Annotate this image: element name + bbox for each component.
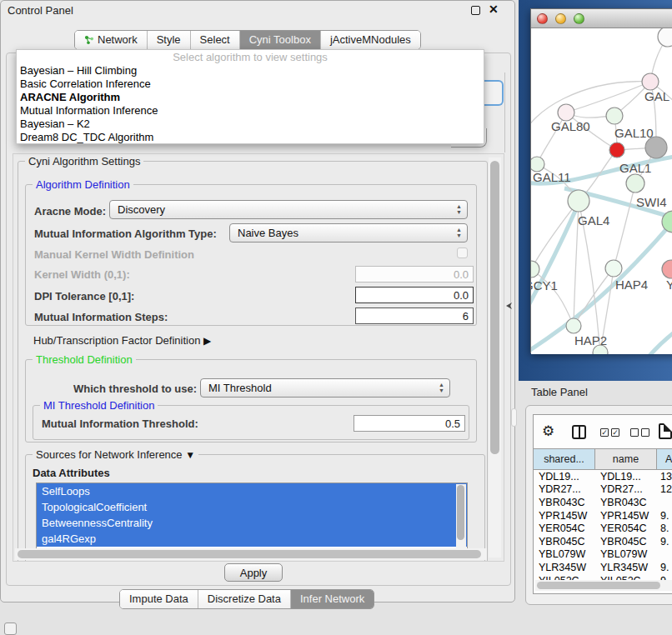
tab-select[interactable]: Select	[191, 31, 240, 49]
column-header[interactable]: A	[657, 449, 672, 469]
network-node-y[interactable]	[662, 260, 672, 278]
table-panel-title: Table Panel	[531, 386, 588, 398]
checked-checkbox-icon[interactable]: ✓	[611, 428, 619, 437]
network-canvas[interactable]: GALGAL80GAL10GAL1GAL11SWI4GAL4GCY1HAP4YH…	[531, 28, 672, 354]
mi-threshold-field[interactable]: 0.5	[354, 415, 465, 432]
dropdown-option[interactable]: Dream8 DC_TDC Algorithm	[17, 131, 484, 144]
group-title: MI Threshold Definition	[40, 399, 158, 412]
network-node-gal10[interactable]	[606, 108, 623, 124]
table-panel: ⚙ ✓ ✓ shared... name A YDL19...YDL19...1…	[525, 405, 672, 605]
dropdown-option[interactable]: Mutual Information Inference	[17, 104, 484, 118]
network-node-swi4[interactable]	[626, 174, 644, 192]
network-node-gal[interactable]	[642, 73, 659, 90]
tab-cyni-toolbox[interactable]: Cyni Toolbox	[240, 31, 321, 49]
network-node-gal4[interactable]	[568, 190, 589, 212]
network-node[interactable]	[658, 28, 672, 47]
mi-type-combo[interactable]: Naive Bayes ▲▼	[229, 223, 468, 242]
panel-title: Control Panel	[8, 4, 73, 17]
table-row[interactable]: YBR045CYBR045C9.	[534, 535, 672, 548]
tab-label: Select	[200, 33, 230, 46]
tab-infer-network[interactable]: Infer Network	[291, 590, 374, 608]
table-cell: 9.	[657, 562, 672, 573]
scrollbar-thumb[interactable]	[490, 161, 499, 454]
node-table: shared... name A YDL19...YDL19...13YDR27…	[534, 448, 672, 587]
gear-icon[interactable]: ⚙	[542, 424, 554, 438]
unchecked-checkbox-icon[interactable]	[630, 428, 639, 437]
table-cell: YBL079W	[595, 548, 657, 560]
panel-splitter-handle[interactable]	[511, 408, 517, 427]
attribute-list-item[interactable]: gal4RGexp	[37, 531, 467, 547]
kernel-width-field[interactable]: 0.0	[355, 266, 474, 282]
hub-definition-toggle[interactable]: Hub/Transcription Factor Definition ▶	[33, 334, 211, 347]
mi-steps-field[interactable]: 6	[355, 308, 474, 324]
close-icon[interactable]: ✕	[489, 2, 499, 16]
threshold-definition-group: Threshold Definition Which threshold to …	[25, 359, 477, 442]
table-row[interactable]: YLR345WYLR345W9.	[534, 561, 672, 574]
column-header[interactable]: shared...	[534, 449, 595, 469]
tab-jactivemnodules[interactable]: jActiveMNodules	[321, 31, 420, 49]
attribute-list-item[interactable]: TopologicalCoefficient	[37, 499, 467, 515]
network-window-titlebar[interactable]	[531, 9, 672, 28]
manual-kernel-checkbox[interactable]	[457, 248, 468, 258]
table-row[interactable]: YBL079WYBL079W	[534, 548, 672, 562]
sources-title[interactable]: Sources for Network Inference ▼	[33, 448, 198, 461]
settings-horizontal-scrollbar[interactable]	[15, 548, 487, 560]
focused-combo-fragment[interactable]	[481, 80, 504, 106]
dropdown-option[interactable]: Bayesian – K2	[17, 118, 484, 131]
network-icon	[84, 35, 94, 45]
column-header[interactable]: name	[595, 449, 657, 469]
network-node-hap4[interactable]	[605, 260, 622, 277]
table-cell: YER054C	[534, 522, 595, 534]
table-cell: YPR145W	[595, 510, 657, 522]
scrollbar-thumb[interactable]	[457, 485, 464, 540]
tab-network[interactable]: Network	[75, 31, 148, 49]
tab-discretize-data[interactable]: Discretize Data	[198, 590, 291, 608]
scrollbar-thumb[interactable]	[18, 550, 481, 558]
network-edge	[648, 310, 672, 354]
node-label: SWI4	[636, 195, 667, 209]
collapsed-panel-icon[interactable]	[4, 622, 17, 635]
unchecked-checkbox-icon[interactable]	[641, 428, 649, 437]
group-border-fragment	[504, 72, 505, 152]
tab-style[interactable]: Style	[148, 31, 191, 49]
table-cell: YBR043C	[595, 497, 657, 508]
network-node-gal1[interactable]	[609, 142, 624, 158]
mouse-cursor	[505, 302, 514, 310]
function-page-icon[interactable]	[659, 423, 672, 439]
node-label: HAP4	[615, 278, 648, 292]
dpi-tolerance-field[interactable]: 0.0	[355, 287, 474, 303]
table-row[interactable]: YER054CYER054C8.	[534, 522, 672, 535]
dropdown-option[interactable]: Basic Correlation Inference	[17, 78, 484, 91]
dropdown-option-selected[interactable]: ARACNE Algorithm	[17, 91, 484, 104]
close-traffic-light-icon[interactable]	[537, 13, 548, 24]
table-row[interactable]: YDL19...YDL19...13	[534, 470, 672, 483]
float-window-icon[interactable]	[471, 6, 480, 15]
data-attributes-list[interactable]: SelfLoopsTopologicalCoefficientBetweenne…	[36, 482, 468, 549]
table-horizontal-scrollbar[interactable]	[535, 580, 672, 591]
which-threshold-combo[interactable]: MI Threshold ▲▼	[200, 378, 450, 398]
network-node-gal80[interactable]	[558, 104, 574, 121]
control-panel-titlebar[interactable]: Control Panel ✕	[1, 1, 514, 21]
table-cell: YDR27...	[534, 483, 595, 495]
scrollbar-thumb[interactable]	[537, 582, 660, 589]
combo-stepper-icon: ▲▼	[439, 382, 444, 393]
zoom-traffic-light-icon[interactable]	[574, 13, 584, 24]
table-row[interactable]: YDR27...YDR27...12	[534, 483, 672, 497]
dropdown-option[interactable]: Bayesian – Hill Climbing	[17, 64, 484, 78]
combo-stepper-icon: ▲▼	[456, 203, 462, 215]
mi-threshold-label: Mutual Information Threshold:	[42, 418, 198, 430]
checked-checkbox-icon[interactable]: ✓	[600, 428, 609, 437]
attribute-list-item[interactable]: BetweennessCentrality	[37, 515, 467, 531]
columns-icon[interactable]	[572, 425, 586, 439]
tab-impute-data[interactable]: Impute Data	[120, 590, 198, 608]
attribute-list-item[interactable]: SelfLoops	[37, 483, 467, 499]
list-scrollbar[interactable]	[456, 484, 466, 549]
network-node-hap2[interactable]	[566, 318, 581, 333]
settings-vertical-scrollbar[interactable]	[489, 158, 501, 558]
network-node[interactable]	[645, 137, 667, 158]
table-row[interactable]: YPR145WYPR145W9.	[534, 509, 672, 522]
aracne-mode-combo[interactable]: Discovery ▲▼	[109, 200, 468, 219]
apply-button[interactable]: Apply	[224, 563, 283, 582]
table-row[interactable]: YBR043CYBR043C	[534, 496, 672, 509]
minimize-traffic-light-icon[interactable]	[555, 13, 566, 24]
